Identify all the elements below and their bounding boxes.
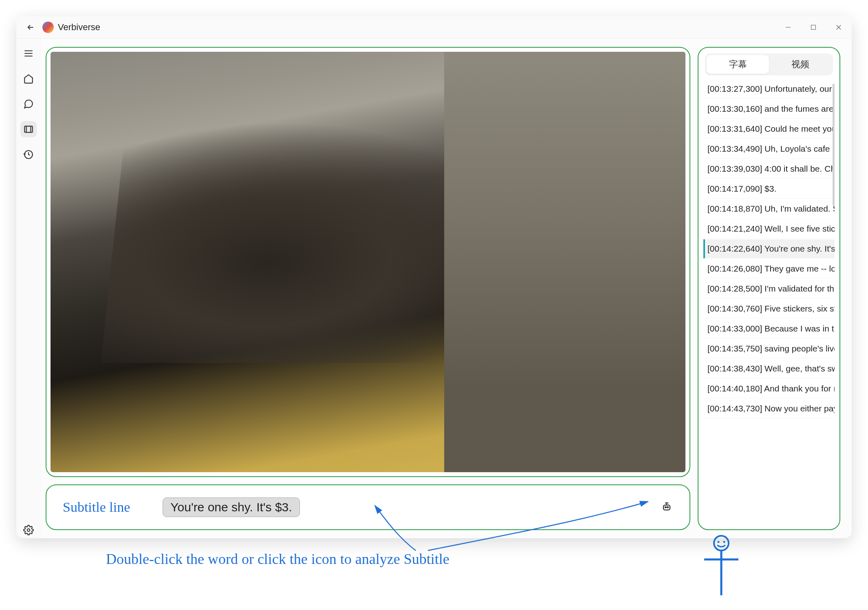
subtitle-row[interactable]: [00:14:26,080] They gave me -- loo [703, 259, 835, 278]
subtitle-row[interactable]: [00:13:34,490] Uh, Loyola's cafe on [703, 139, 835, 159]
main-area: Subtitle line You're one shy. It's $3. 字… [41, 39, 852, 538]
subtitle-row[interactable]: [00:14:38,430] Well, gee, that's swe [703, 359, 835, 378]
svg-point-10 [665, 507, 666, 508]
svg-point-13 [718, 541, 720, 543]
subtitle-row[interactable]: [00:14:33,000] Because I was in tha [703, 319, 835, 338]
video-panel [46, 47, 690, 477]
svg-point-12 [714, 536, 729, 550]
tab-subtitle[interactable]: 字幕 [707, 55, 769, 74]
svg-point-8 [27, 529, 30, 532]
subtitle-row[interactable]: [00:14:43,730] Now you either pay [703, 399, 835, 418]
tab-video[interactable]: 视频 [769, 55, 831, 74]
sidebar-video-button[interactable] [20, 121, 37, 137]
app-title: Verbiverse [58, 22, 100, 33]
maximize-button[interactable] [809, 22, 818, 32]
svg-rect-9 [663, 505, 670, 510]
subtitle-row[interactable]: [00:14:35,750] saving people's lives [703, 339, 835, 358]
subtitle-panel: Subtitle line You're one shy. It's $3. [46, 484, 690, 530]
back-button[interactable] [24, 21, 37, 33]
close-button[interactable] [834, 22, 844, 32]
subtitle-row[interactable]: [00:14:30,760] Five stickers, six stic [703, 299, 835, 318]
svg-rect-5 [24, 126, 33, 132]
subtitle-row[interactable]: [00:14:28,500] I'm validated for the [703, 279, 835, 298]
analyze-icon[interactable] [660, 501, 673, 514]
subtitle-row[interactable]: [00:13:31,640] Could he meet you a [703, 119, 835, 139]
subtitle-list[interactable]: [00:13:27,300] Unfortunately, our o[00:1… [703, 80, 835, 524]
subtitle-side-panel: 字幕 视频 [00:13:27,300] Unfortunately, our … [698, 47, 840, 530]
minimize-button[interactable] [783, 22, 793, 32]
sidebar-chat-button[interactable] [20, 96, 37, 112]
stick-figure-icon [701, 534, 742, 599]
current-subtitle-text[interactable]: You're one shy. It's $3. [163, 497, 300, 517]
sidebar-home-button[interactable] [20, 71, 37, 87]
video-player[interactable] [51, 52, 685, 472]
scrollbar-thumb[interactable] [833, 84, 835, 206]
subtitle-row[interactable]: [00:14:21,240] Well, I see five sticke [703, 219, 835, 239]
subtitle-row[interactable]: [00:13:39,030] 4:00 it shall be. Che [703, 159, 835, 179]
subtitle-row[interactable]: [00:14:22,640] You're one shy. It's $ [703, 239, 835, 259]
subtitle-row[interactable]: [00:14:18,870] Uh, I'm validated. See [703, 199, 835, 219]
svg-rect-1 [811, 25, 816, 30]
panel-tabs: 字幕 视频 [705, 53, 833, 75]
subtitle-row[interactable]: [00:13:27,300] Unfortunately, our o [703, 80, 835, 99]
sidebar-settings-button[interactable] [20, 522, 37, 538]
sidebar-menu-button[interactable] [20, 45, 37, 62]
sidebar [16, 39, 41, 538]
subtitle-row[interactable]: [00:14:17,090] $3. [703, 179, 835, 199]
subtitle-row[interactable]: [00:13:30,160] and the fumes are qu [703, 99, 835, 119]
svg-point-11 [667, 507, 668, 508]
app-window: Verbiverse [16, 16, 852, 538]
subtitle-row[interactable]: [00:14:40,180] And thank you for re [703, 379, 835, 398]
annotation-text: Double-click the word or click the icon … [106, 550, 449, 568]
sidebar-history-button[interactable] [20, 146, 37, 163]
titlebar: Verbiverse [16, 16, 852, 39]
app-logo-icon [42, 22, 54, 33]
svg-point-14 [723, 541, 725, 543]
subtitle-line-label: Subtitle line [63, 499, 130, 515]
window-controls [783, 22, 844, 32]
